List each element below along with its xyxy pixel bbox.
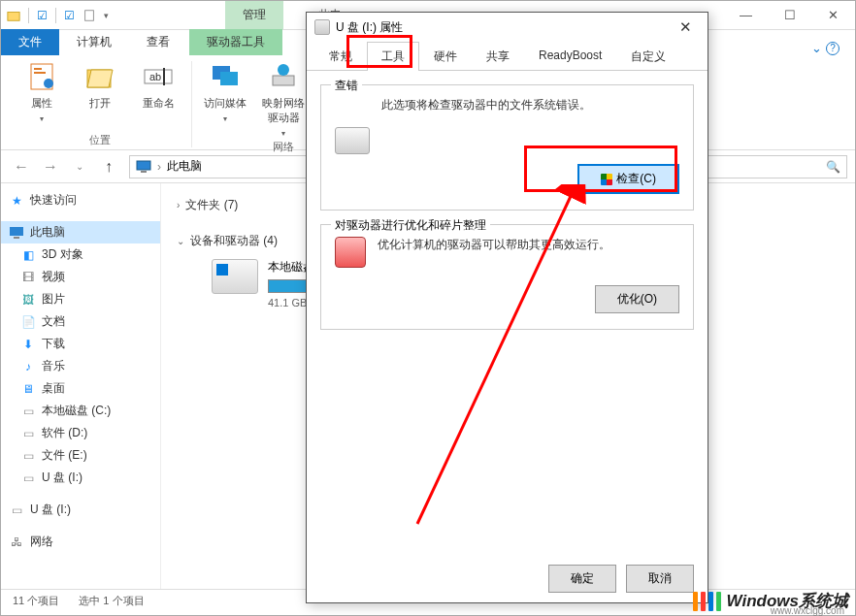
shield-icon — [601, 174, 612, 185]
properties-button[interactable]: 属性 ▾ — [18, 61, 65, 131]
rename-button[interactable]: ab 重命名 — [135, 61, 181, 131]
pc-icon — [136, 159, 151, 175]
qat-check2[interactable]: ☑ — [64, 9, 75, 22]
separator — [55, 8, 56, 23]
map-network-button[interactable]: 映射网络 驱动器 ▾ — [260, 61, 307, 138]
group-label: 对驱动器进行优化和碎片整理 — [331, 217, 490, 234]
svg-rect-9 — [163, 68, 165, 85]
tab-file[interactable]: 文件 — [1, 29, 59, 55]
svg-rect-0 — [8, 12, 19, 20]
video-icon: 🎞 — [20, 270, 36, 285]
group-label: 位置 — [89, 133, 111, 147]
address-text: 此电脑 — [167, 158, 202, 175]
sidebar-item-downloads[interactable]: ⬇下载 — [1, 333, 160, 355]
tab-sharing[interactable]: 共享 — [472, 42, 524, 71]
forward-button[interactable]: → — [38, 154, 63, 179]
sidebar-item-disk-d[interactable]: ▭软件 (D:) — [1, 422, 160, 444]
sidebar-item-videos[interactable]: 🎞视频 — [1, 266, 160, 288]
cube-icon: ◧ — [20, 247, 36, 263]
dialog-title: U 盘 (I:) 属性 — [336, 19, 403, 36]
sidebar-item-quick[interactable]: ★快速访问 — [1, 189, 160, 211]
help-button[interactable]: ⌄ ? — [811, 41, 840, 55]
sidebar-item-disk-i-root[interactable]: ▭U 盘 (I:) — [1, 499, 160, 521]
sidebar-item-pictures[interactable]: 🖼图片 — [1, 288, 160, 310]
drive-icon — [314, 19, 330, 35]
drive-icon — [212, 259, 258, 294]
usb-icon: ▭ — [9, 503, 24, 518]
tab-hardware[interactable]: 硬件 — [419, 42, 472, 71]
rename-icon: ab — [143, 61, 174, 92]
music-icon: ♪ — [20, 359, 36, 374]
pc-icon — [9, 225, 24, 241]
open-button[interactable]: 打开 — [77, 61, 123, 131]
watermark-logo — [693, 592, 721, 611]
recent-dropdown[interactable]: ⌄ — [67, 154, 92, 179]
dialog-body: 查错 此选项将检查驱动器中的文件系统错误。 检查(C) 对驱动器进行优化和碎片整… — [307, 71, 708, 357]
tab-view[interactable]: 查看 — [129, 29, 187, 55]
tab-general[interactable]: 常规 — [314, 42, 367, 71]
optimize-group: 对驱动器进行优化和碎片整理 优化计算机的驱动器可以帮助其更高效运行。 优化(O) — [320, 224, 694, 330]
network-icon: 🖧 — [9, 535, 24, 550]
minimize-button[interactable]: — — [724, 2, 768, 29]
sidebar-item-disk-i[interactable]: ▭U 盘 (I:) — [1, 467, 160, 489]
dropdown-arrow-icon: ▾ — [223, 114, 227, 123]
sidebar-item-network[interactable]: 🖧网络 — [1, 531, 160, 553]
optimize-icon — [335, 237, 366, 268]
ribbon-group-location: 属性 ▾ 打开 ab 重命名 位置 — [9, 61, 192, 147]
usb-icon: ▭ — [20, 470, 36, 486]
sidebar-item-music[interactable]: ♪音乐 — [1, 355, 160, 377]
drive-icon — [335, 127, 370, 154]
optimize-button[interactable]: 优化(O) — [595, 285, 679, 313]
ok-button[interactable]: 确定 — [548, 565, 616, 593]
sidebar-item-desktop[interactable]: 🖥桌面 — [1, 377, 160, 400]
drive-icon: ▭ — [20, 426, 36, 441]
sidebar-item-disk-e[interactable]: ▭文件 (E:) — [1, 444, 160, 467]
media-icon — [210, 61, 241, 92]
dialog-close-button[interactable]: ✕ — [671, 18, 700, 36]
back-button[interactable]: ← — [9, 154, 34, 179]
svg-rect-4 — [34, 72, 46, 74]
dropdown-arrow-icon: ▾ — [281, 129, 285, 138]
qat-check1[interactable]: ☑ — [37, 9, 48, 22]
status-selected: 选中 1 个项目 — [79, 594, 144, 608]
group-label: 网络 — [273, 140, 294, 154]
folder-icon — [7, 9, 20, 22]
desktop-icon: 🖥 — [20, 381, 36, 397]
svg-point-5 — [44, 79, 53, 88]
close-button[interactable]: ✕ — [811, 2, 855, 29]
map-drive-icon — [268, 61, 299, 92]
nav-sidebar: ★快速访问 此电脑 ◧3D 对象 🎞视频 🖼图片 📄文档 ⬇下载 ♪音乐 🖥桌面… — [1, 183, 161, 589]
separator — [28, 8, 29, 23]
maximize-button[interactable]: ☐ — [768, 2, 811, 29]
sidebar-item-3dobjects[interactable]: ◧3D 对象 — [1, 243, 160, 266]
ribbon-label: 属性 — [31, 96, 52, 111]
status-items: 11 个项目 — [13, 594, 59, 608]
svg-text:ab: ab — [149, 71, 161, 82]
star-icon: ★ — [9, 193, 24, 209]
download-icon: ⬇ — [20, 337, 36, 352]
paste-icon[interactable] — [82, 9, 96, 22]
tab-drivetools[interactable]: 驱动器工具 — [189, 29, 282, 55]
dialog-footer: 确定 取消 — [548, 565, 694, 593]
check-button[interactable]: 检查(C) — [577, 164, 679, 194]
optimize-desc: 优化计算机的驱动器可以帮助其更高效运行。 — [378, 237, 679, 253]
drive-icon: ▭ — [20, 448, 36, 464]
sidebar-item-documents[interactable]: 📄文档 — [1, 310, 160, 333]
tab-tools[interactable]: 工具 — [367, 42, 419, 71]
group-label: 查错 — [331, 78, 362, 94]
up-button[interactable]: ↑ — [96, 154, 121, 179]
cancel-button[interactable]: 取消 — [626, 565, 694, 593]
tab-computer[interactable]: 计算机 — [59, 29, 129, 55]
manage-context-tab[interactable]: 管理 — [225, 1, 283, 29]
chevron-right-icon: › — [177, 200, 180, 211]
drive-icon: ▭ — [20, 404, 36, 419]
sidebar-item-thispc[interactable]: 此电脑 — [1, 221, 160, 243]
tab-readyboost[interactable]: ReadyBoost — [524, 42, 616, 71]
open-icon — [84, 61, 115, 92]
access-media-button[interactable]: 访问媒体 ▾ — [202, 61, 248, 138]
qat: ☑ ☑ ▾ — [1, 8, 109, 23]
tab-custom[interactable]: 自定义 — [616, 42, 680, 71]
check-errors-group: 查错 此选项将检查驱动器中的文件系统错误。 检查(C) — [320, 84, 694, 211]
svg-point-13 — [278, 64, 289, 76]
sidebar-item-disk-c[interactable]: ▭本地磁盘 (C:) — [1, 400, 160, 422]
